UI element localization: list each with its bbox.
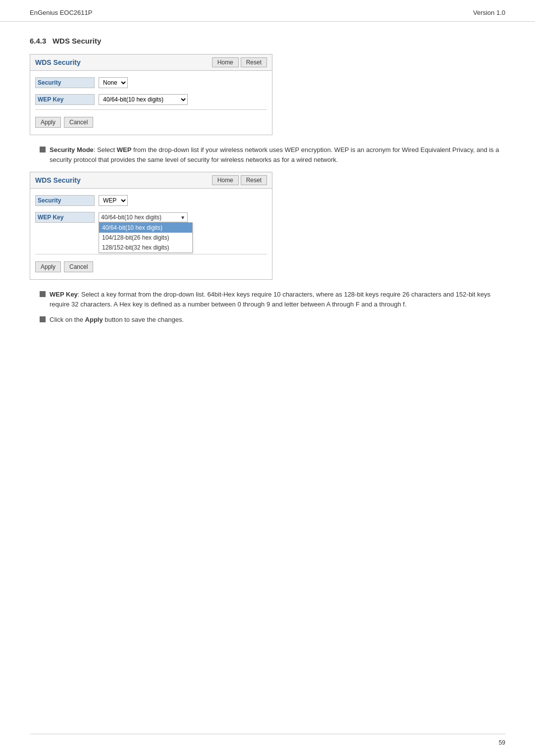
wds-panel-1-action-row: Apply Cancel <box>35 113 267 130</box>
bullet-text-1: Security Mode: Select WEP from the drop-… <box>50 145 505 165</box>
page-number: 59 <box>499 739 505 746</box>
wds-panel-1-body: Security None WEP WEP Key 40/64-bit(10 h… <box>30 71 272 135</box>
wds-panel-2-title: WDS Security <box>35 176 81 184</box>
wds-panel-2-home-button[interactable]: Home <box>212 175 239 185</box>
dropdown-option-2[interactable]: 104/128-bit(26 hex digits) <box>99 233 192 243</box>
wds-panel-1: WDS Security Home Reset Security None WE… <box>30 54 272 135</box>
bullet1-text1: : Select <box>94 146 117 153</box>
wds-panel-2-apply-button[interactable]: Apply <box>35 261 61 272</box>
bullet2-bold1: WEP Key <box>50 291 78 298</box>
wds-panel-2-dropdown-trigger[interactable]: 40/64-bit(10 hex digits) ▼ <box>99 212 188 222</box>
bullet-item-3: Click on the Apply button to save the ch… <box>40 315 505 325</box>
section-title: 6.4.3 WDS Security <box>30 37 505 45</box>
wds-panel-1-security-control: None WEP <box>95 77 267 88</box>
wds-panel-2: WDS Security Home Reset Security None WE… <box>30 172 272 280</box>
wds-panel-2-header-buttons: Home Reset <box>212 175 267 185</box>
bullet-text-2: WEP Key: Select a key format from the dr… <box>50 290 505 309</box>
wds-panel-2-action-row: Apply Cancel <box>35 257 267 274</box>
wds-panel-2-wepkey-row: WEP Key 40/64-bit(10 hex digits) ▼ 40/64… <box>35 210 267 224</box>
bullet-item-2: WEP Key: Select a key format from the dr… <box>40 290 505 309</box>
wds-panel-1-security-select[interactable]: None WEP <box>99 77 128 88</box>
chevron-down-icon: ▼ <box>180 215 185 220</box>
bullet1-bold2: WEP <box>117 146 132 153</box>
dropdown-option-1[interactable]: 40/64-bit(10 hex digits) <box>99 223 192 233</box>
wds-panel-1-security-label: Security <box>35 77 95 88</box>
wds-panel-2-security-select[interactable]: None WEP <box>99 195 128 206</box>
wds-panel-2-dropdown-selected-text: 40/64-bit(10 hex digits) <box>101 214 161 221</box>
wds-panel-1-wepkey-label: WEP Key <box>35 94 95 105</box>
wds-panel-2-security-control: None WEP <box>95 195 267 206</box>
bullet-marker-2 <box>40 291 46 297</box>
section-heading: WDS Security <box>53 37 101 45</box>
wds-panel-1-security-row: Security None WEP <box>35 76 267 90</box>
wds-panel-2-dropdown-menu: 40/64-bit(10 hex digits) 104/128-bit(26 … <box>99 222 193 253</box>
wds-panel-2-reset-button[interactable]: Reset <box>241 175 267 185</box>
wds-panel-2-header: WDS Security Home Reset <box>30 172 272 189</box>
wds-panel-2-security-label: Security <box>35 195 95 206</box>
wds-panel-2-wepkey-label: WEP Key <box>35 212 95 223</box>
wds-panel-2-dropdown-container: 40/64-bit(10 hex digits) ▼ 40/64-bit(10 … <box>99 212 188 222</box>
wds-panel-2-wepkey-control: 40/64-bit(10 hex digits) ▼ 40/64-bit(10 … <box>95 212 267 222</box>
wds-panel-2-cancel-button[interactable]: Cancel <box>64 261 93 272</box>
section-number: 6.4.3 <box>30 37 46 45</box>
bullet-item-1: Security Mode: Select WEP from the drop-… <box>40 145 505 165</box>
bullet3-bold1: Apply <box>85 316 103 323</box>
wds-panel-1-reset-button[interactable]: Reset <box>241 57 267 67</box>
bullet3-text2: button to save the changes. <box>103 316 184 323</box>
wds-panel-1-home-button[interactable]: Home <box>212 57 239 67</box>
main-content: 6.4.3 WDS Security WDS Security Home Res… <box>0 22 535 361</box>
header-right: Version 1.0 <box>473 9 505 16</box>
wds-panel-1-wepkey-row: WEP Key 40/64-bit(10 hex digits) 104/128… <box>35 93 267 106</box>
wds-panel-1-wepkey-select[interactable]: 40/64-bit(10 hex digits) 104/128-bit(26 … <box>99 94 188 105</box>
wds-panel-1-apply-button[interactable]: Apply <box>35 117 61 128</box>
wds-panel-1-header: WDS Security Home Reset <box>30 54 272 71</box>
wds-panel-1-cancel-button[interactable]: Cancel <box>64 117 93 128</box>
bullet-list-1: Security Mode: Select WEP from the drop-… <box>40 145 505 165</box>
bullet1-bold1: Security Mode <box>50 146 94 153</box>
bullet-list-2: WEP Key: Select a key format from the dr… <box>40 290 505 324</box>
bullet-marker-1 <box>40 147 46 152</box>
wds-panel-1-wepkey-control: 40/64-bit(10 hex digits) 104/128-bit(26 … <box>95 94 267 105</box>
bullet3-text1: Click on the <box>50 316 85 323</box>
page-footer: 59 <box>499 739 505 746</box>
page-header: EnGenius EOC2611P Version 1.0 <box>0 0 535 22</box>
bullet2-text1: : Select a key format from the drop-down… <box>50 291 490 308</box>
dropdown-option-3[interactable]: 128/152-bit(32 hex digits) <box>99 243 192 252</box>
wds-panel-1-title: WDS Security <box>35 58 81 66</box>
wds-panel-2-body: Security None WEP WEP Key 40/64-bit(10 h… <box>30 189 272 279</box>
wds-panel-2-security-row: Security None WEP <box>35 194 267 207</box>
bullet-text-3: Click on the Apply button to save the ch… <box>50 315 505 325</box>
wds-panel-1-header-buttons: Home Reset <box>212 57 267 67</box>
header-left: EnGenius EOC2611P <box>30 9 92 16</box>
bullet-marker-3 <box>40 316 46 322</box>
